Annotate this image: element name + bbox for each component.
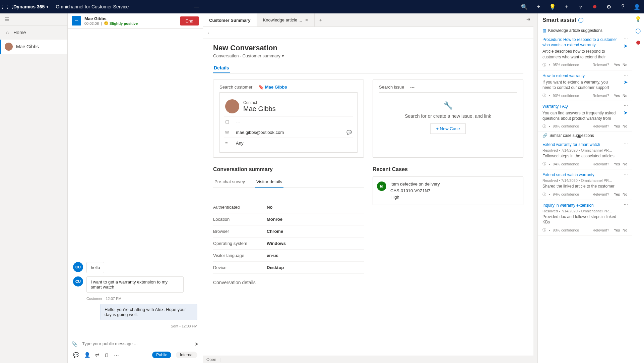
tab-customer-summary[interactable]: Customer Summary [203,13,257,27]
more-icon[interactable]: ⋯ [624,72,628,77]
contact-name: Mae Gibbs [243,105,276,113]
task-icon[interactable]: ⌖ [531,4,545,10]
info-icon[interactable]: ⓘ [542,62,546,67]
no-button[interactable]: No [623,94,627,98]
internal-toggle[interactable]: Internal [176,352,197,358]
nav-session-label: Mae Gibbs [16,44,39,49]
message-input[interactable] [81,338,191,350]
yes-button[interactable]: Yes [614,192,620,196]
chevron-down-icon[interactable]: ▾ [282,53,284,58]
no-button[interactable]: No [623,63,627,67]
yes-button[interactable]: Yes [614,63,620,67]
no-button[interactable]: No [623,162,627,166]
info-icon[interactable]: ⓘ [636,28,641,35]
info-icon[interactable]: ⓘ [542,124,546,129]
more-icon[interactable]: ⋯ [624,171,628,176]
nav-home-label: Home [13,30,26,35]
waffle-icon[interactable]: ⋮⋮⋮ [0,4,13,10]
record-indicator[interactable] [636,41,640,45]
send-icon[interactable]: ➤ [624,110,628,116]
send-icon[interactable]: ➤ [195,341,199,347]
nav-home[interactable]: ⌂ Home [0,25,67,40]
status-bar: Open | [203,356,533,363]
public-toggle[interactable]: Public [152,352,171,358]
suggestion-desc: Provided doc and followed steps in linke… [542,214,627,225]
hamburger-icon[interactable]: ☰ [0,13,67,25]
message-row: Hello, you're chatting with Alex. Hope y… [73,304,197,320]
add-tab-button[interactable]: ＋ [315,13,327,27]
account-icon[interactable]: 👤 [630,4,644,10]
case-item[interactable]: Id Item defective on delivery CAS-01010-… [373,176,523,205]
issue-card: Search issue --- 🔧 Search for or create … [373,80,523,158]
tab-visitor-details[interactable]: Visitor details [255,176,283,188]
expand-icon[interactable]: ⇥ [526,17,530,22]
suggestion-item[interactable]: ⋯Extend warranty for smart watchResolved… [538,139,632,169]
kv-row: AuthenticatedNo [213,201,364,213]
close-icon[interactable]: ✕ [305,18,308,22]
message-bubble: i want to get a warranty extension to my… [86,276,184,293]
yes-button[interactable]: Yes [614,94,620,98]
customer-link[interactable]: 🔖 Mae Gibbs [258,85,287,90]
suggestion-item[interactable]: ⋯➤How to extend warrantyIf you want to e… [538,70,632,101]
send-icon[interactable]: ➤ [624,79,628,85]
no-button[interactable]: No [623,192,627,196]
presence-indicator[interactable] [588,4,602,10]
help-icon[interactable]: ? [616,4,630,10]
more-icon[interactable]: ⋯ [114,352,119,358]
brand-name[interactable]: Dynamics 365 [13,4,47,9]
back-icon[interactable]: ← [207,30,216,36]
suggestion-title: Warranty FAQ [542,104,627,109]
info-icon[interactable]: ⓘ [542,161,546,166]
send-icon[interactable]: ➤ [624,43,628,49]
lightbulb-icon[interactable]: 💡 [545,4,560,10]
suggestion-item[interactable]: ⋯Inquiry in warranty extensionResolved •… [538,200,632,236]
info-icon[interactable]: i [578,18,583,23]
kv-value: Monroe [267,217,282,222]
suggestion-item[interactable]: ⋯Extend smart watch warrantyResolved • 7… [538,169,632,200]
suggestion-item[interactable]: ⋯➤Procedure: How to respond to a custome… [538,34,632,70]
yes-button[interactable]: Yes [614,162,620,166]
contact-label: Contact [243,100,276,105]
gear-icon[interactable]: ⚙ [602,4,616,10]
no-button[interactable]: No [623,228,627,232]
chevron-down-icon[interactable]: ▾ [47,5,56,9]
notes-icon[interactable]: 🗒 [104,352,109,358]
new-case-button[interactable]: + New Case [430,123,465,134]
message-row: CU hello [73,262,197,273]
contact-box: Contact Mae Gibbs ▢--- ✉mae.gibbs@outloo… [219,92,358,153]
scrollbar[interactable] [533,13,537,363]
minimize-icon[interactable]: — [194,4,199,9]
end-button[interactable]: End [180,16,199,25]
search-icon[interactable]: 🔍 [517,4,531,10]
info-icon[interactable]: ⓘ [542,227,546,232]
no-button[interactable]: No [623,124,627,128]
more-icon[interactable]: ⋯ [624,103,628,108]
yes-button[interactable]: Yes [614,228,620,232]
more-icon[interactable]: ⋯ [624,202,628,207]
tab-prechat[interactable]: Pre-chat survey [213,176,246,187]
nav-session[interactable]: Mae Gibbs [0,40,67,54]
tab-details[interactable]: Details [213,63,230,73]
home-icon: ⌂ [5,30,10,35]
suggestion-meta: Resolved • 7/14/2020 • Omnichannel PR... [542,178,627,183]
email-value[interactable]: mae.gibbs@outlook.com [236,130,284,135]
chat-icon[interactable]: 💬 [346,130,352,135]
email-icon: ✉ [225,130,232,135]
info-icon[interactable]: ⓘ [542,192,546,197]
consult-icon[interactable]: 👤 [84,352,90,358]
filter-icon[interactable]: ▿ [574,4,588,10]
left-nav: ☰ ⌂ Home Mae Gibbs [0,13,68,363]
transfer-icon[interactable]: ⇄ [95,352,100,358]
info-icon[interactable]: ⓘ [542,93,546,98]
relevant-label: Relevant? [592,94,609,98]
more-icon[interactable]: ⋯ [624,141,628,146]
yes-button[interactable]: Yes [614,124,620,128]
suggestion-item[interactable]: ⋯➤Warranty FAQYou can find answers to fr… [538,101,632,132]
tab-knowledge-article[interactable]: Knowledge article ...✕ [257,13,315,27]
quick-reply-icon[interactable]: 💬 [73,352,79,358]
lightbulb-icon[interactable]: 💡 [635,16,641,22]
attachment-icon[interactable]: 📎 [72,341,77,347]
add-icon[interactable]: ＋ [560,3,574,10]
breadcrumb-bar: ← [203,27,533,39]
more-icon[interactable]: ⋯ [624,36,628,41]
